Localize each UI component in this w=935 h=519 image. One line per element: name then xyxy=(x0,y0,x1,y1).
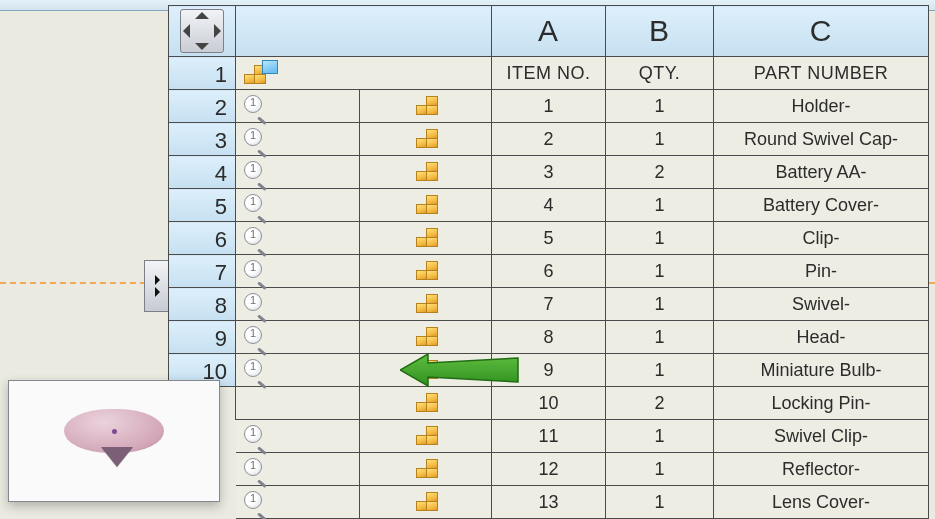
part-icon-cell[interactable] xyxy=(360,255,492,288)
table-row: 7 1 6 1 Pin- xyxy=(169,255,929,288)
cell-qty[interactable]: 1 xyxy=(606,222,714,255)
table-row: 1 12 1 Reflector- xyxy=(169,453,929,486)
part-icon-cell[interactable] xyxy=(360,222,492,255)
cell-item[interactable]: 2 xyxy=(492,123,606,156)
cell-qty[interactable]: 1 xyxy=(606,189,714,222)
cell-qty[interactable]: 2 xyxy=(606,156,714,189)
cell-item[interactable]: 12 xyxy=(492,453,606,486)
row-header[interactable]: 5 xyxy=(169,189,236,222)
row-header[interactable]: 9 xyxy=(169,321,236,354)
cell-part[interactable]: Miniature Bulb- xyxy=(714,354,929,387)
part-icon xyxy=(416,161,442,183)
part-icon-cell[interactable] xyxy=(360,156,492,189)
column-header-B[interactable]: B xyxy=(606,6,714,57)
cell-qty[interactable]: 1 xyxy=(606,90,714,123)
row-header[interactable]: 1 xyxy=(169,57,236,90)
part-icon-cell[interactable] xyxy=(360,420,492,453)
table-row: 10 1 9 1 Miniature Bulb- xyxy=(169,354,929,387)
column-header-A[interactable]: A xyxy=(492,6,606,57)
part-icon-cell[interactable] xyxy=(360,486,492,519)
label-item-no: ITEM NO. xyxy=(492,57,606,90)
part-icon-cell[interactable] xyxy=(360,90,492,123)
row-header[interactable]: 3 xyxy=(169,123,236,156)
magnifier-icon: 1 xyxy=(244,359,266,381)
magnifier-icon: 1 xyxy=(244,128,266,150)
part-icon-cell[interactable] xyxy=(360,354,492,387)
part-icon xyxy=(416,293,442,315)
magnifier-cell[interactable]: 1 xyxy=(236,420,360,453)
magnifier-cell[interactable]: 1 xyxy=(236,189,360,222)
cell-part[interactable]: Head- xyxy=(714,321,929,354)
magnifier-icon: 1 xyxy=(244,161,266,183)
assembly-icon-cell[interactable] xyxy=(236,57,492,90)
magnifier-cell[interactable]: 1 xyxy=(236,90,360,123)
magnifier-cell[interactable]: 1 xyxy=(236,123,360,156)
cell-part[interactable]: Battery Cover- xyxy=(714,189,929,222)
row-header[interactable]: 2 xyxy=(169,90,236,123)
magnifier-cell[interactable]: 1 xyxy=(236,222,360,255)
cell-qty[interactable]: 1 xyxy=(606,453,714,486)
cell-item[interactable]: 5 xyxy=(492,222,606,255)
collapse-columns-tab[interactable] xyxy=(144,260,170,312)
cell-part[interactable]: Pin- xyxy=(714,255,929,288)
cell-qty[interactable]: 1 xyxy=(606,255,714,288)
cell-part[interactable]: Clip- xyxy=(714,222,929,255)
cell-qty[interactable]: 1 xyxy=(606,123,714,156)
cell-item[interactable]: 6 xyxy=(492,255,606,288)
cell-part[interactable]: Locking Pin- xyxy=(714,387,929,420)
cell-item[interactable]: 11 xyxy=(492,420,606,453)
cell-item[interactable]: 13 xyxy=(492,486,606,519)
move-handle-cell[interactable] xyxy=(169,6,236,57)
cell-part[interactable]: Reflector- xyxy=(714,453,929,486)
cell-part[interactable]: Round Swivel Cap- xyxy=(714,123,929,156)
magnifier-cell[interactable]: 1 xyxy=(236,288,360,321)
row-header[interactable]: 4 xyxy=(169,156,236,189)
table-row: 8 1 7 1 Swivel- xyxy=(169,288,929,321)
cell-item[interactable]: 1 xyxy=(492,90,606,123)
part-icon xyxy=(416,392,442,414)
cell-qty[interactable]: 1 xyxy=(606,354,714,387)
row-header[interactable]: 6 xyxy=(169,222,236,255)
cell-part[interactable]: Battery AA- xyxy=(714,156,929,189)
row-header[interactable]: 8 xyxy=(169,288,236,321)
magnifier-cell[interactable]: 1 xyxy=(236,321,360,354)
row-header[interactable]: 7 xyxy=(169,255,236,288)
table-label-row: 1 ITEM NO. QTY. PART NUMBER xyxy=(169,57,929,90)
cell-part[interactable]: Holder- xyxy=(714,90,929,123)
cell-qty[interactable]: 1 xyxy=(606,321,714,354)
column-header-C[interactable]: C xyxy=(714,6,929,57)
cell-qty[interactable]: 1 xyxy=(606,486,714,519)
preview-model-icon xyxy=(101,447,133,467)
cell-item[interactable]: 10 xyxy=(492,387,606,420)
cell-qty[interactable]: 1 xyxy=(606,420,714,453)
cell-qty[interactable]: 1 xyxy=(606,288,714,321)
cell-part[interactable]: Swivel- xyxy=(714,288,929,321)
cell-item[interactable]: 9 xyxy=(492,354,606,387)
magnifier-cell[interactable] xyxy=(236,387,360,420)
part-icon-cell[interactable] xyxy=(360,453,492,486)
part-icon-cell[interactable] xyxy=(360,321,492,354)
cell-item[interactable]: 7 xyxy=(492,288,606,321)
table-row: 10 2 Locking Pin- xyxy=(169,387,929,420)
part-icon-cell[interactable] xyxy=(360,288,492,321)
cell-part[interactable]: Lens Cover- xyxy=(714,486,929,519)
part-icon-cell[interactable] xyxy=(360,387,492,420)
icon-columns-header[interactable] xyxy=(236,6,492,57)
preview-origin-icon xyxy=(112,429,117,434)
cell-item[interactable]: 8 xyxy=(492,321,606,354)
magnifier-cell[interactable]: 1 xyxy=(236,255,360,288)
magnifier-cell[interactable]: 1 xyxy=(236,156,360,189)
cell-item[interactable]: 4 xyxy=(492,189,606,222)
cell-qty[interactable]: 2 xyxy=(606,387,714,420)
magnifier-cell[interactable]: 1 xyxy=(236,354,360,387)
magnifier-cell[interactable]: 1 xyxy=(236,453,360,486)
part-icon-cell[interactable] xyxy=(360,123,492,156)
magnifier-icon: 1 xyxy=(244,194,266,216)
cell-item[interactable]: 3 xyxy=(492,156,606,189)
part-icon-cell[interactable] xyxy=(360,189,492,222)
table-row: 4 1 3 2 Battery AA- xyxy=(169,156,929,189)
cell-part[interactable]: Swivel Clip- xyxy=(714,420,929,453)
magnifier-cell[interactable]: 1 xyxy=(236,486,360,519)
label-qty: QTY. xyxy=(606,57,714,90)
bom-table[interactable]: A B C 1 ITEM NO. QTY. PART NUMBER 2 1 xyxy=(168,5,929,519)
